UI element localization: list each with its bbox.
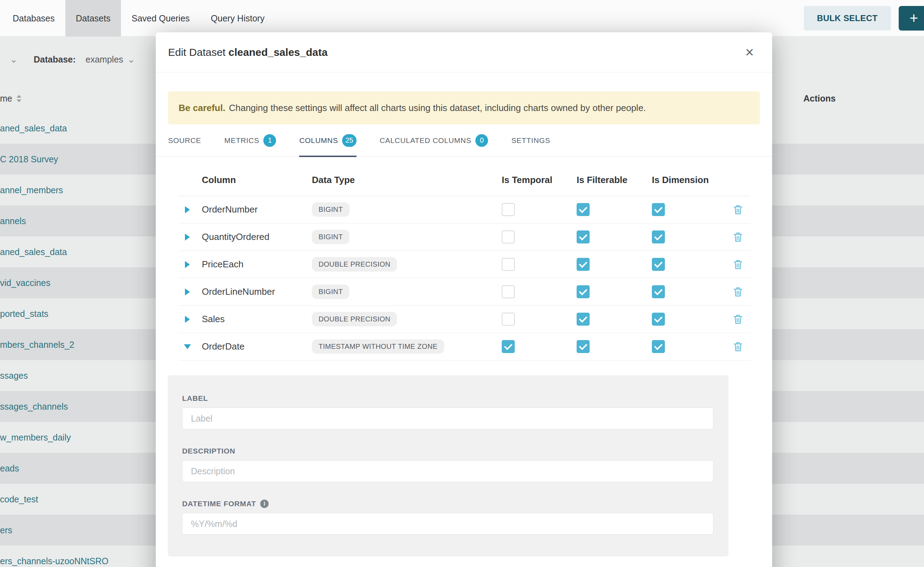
expand-caret-icon[interactable] — [185, 261, 190, 268]
is-filterable-checkbox[interactable] — [576, 285, 590, 298]
delete-column-icon[interactable] — [733, 286, 750, 297]
dataset-link[interactable]: ssages — [0, 370, 28, 381]
data-type-pill: DOUBLE PRECISION — [312, 312, 397, 326]
label-field-label: LABEL — [182, 394, 728, 403]
is-dimension-checkbox[interactable] — [652, 203, 665, 216]
modal-tabs: SOURCE METRICS 1 COLUMNS 25 CALCULATED C… — [156, 124, 772, 157]
dataset-link[interactable]: w_members_daily — [0, 432, 71, 442]
sort-icon[interactable] — [17, 95, 21, 102]
collapse-caret-icon[interactable] — [184, 344, 191, 349]
info-icon[interactable]: i — [260, 500, 269, 508]
delete-column-icon[interactable] — [733, 204, 750, 215]
dataset-link[interactable]: annels — [0, 216, 26, 226]
modal-tab-calculated-columns[interactable]: CALCULATED COLUMNS 0 — [380, 124, 488, 157]
column-name: PriceEach — [202, 259, 312, 270]
modal-title-prefix: Edit Dataset — [168, 46, 226, 58]
column-row-ordernumber: OrderNumber BIGINT — [179, 196, 750, 224]
column-row-orderlinenumber: OrderLineNumber BIGINT — [179, 278, 750, 306]
is-filterable-checkbox[interactable] — [576, 258, 590, 271]
modal-tab-settings[interactable]: SETTINGS — [511, 124, 550, 157]
dataset-link[interactable]: code_test — [0, 494, 38, 504]
nav-tab-query-history[interactable]: Query History — [200, 0, 275, 36]
description-input[interactable] — [182, 460, 713, 482]
column-row-quantityordered: QuantityOrdered BIGINT — [179, 224, 750, 251]
modal-tab-metrics[interactable]: METRICS 1 — [224, 124, 276, 157]
is-temporal-checkbox[interactable] — [502, 231, 515, 243]
expand-caret-icon[interactable] — [185, 316, 190, 323]
dataset-link[interactable]: C 2018 Survey — [0, 154, 58, 164]
dataset-link[interactable]: aned_sales_data — [0, 247, 67, 257]
tab-label: METRICS — [224, 136, 259, 145]
is-dimension-checkbox[interactable] — [652, 258, 665, 271]
is-dimension-checkbox[interactable] — [652, 340, 665, 353]
modal-tab-columns[interactable]: COLUMNS 25 — [299, 124, 356, 157]
modal-tab-source[interactable]: SOURCE — [168, 124, 201, 157]
column-row-orderdate: OrderDate TIMESTAMP WITHOUT TIME ZONE — [179, 333, 750, 360]
dataset-link[interactable]: eads — [0, 464, 19, 474]
dataset-link[interactable]: ssages_channels — [0, 402, 68, 412]
close-icon[interactable]: × — [745, 45, 754, 60]
columns-table: Column Data Type Is Temporal Is Filterab… — [179, 157, 750, 360]
tab-label: COLUMNS — [299, 136, 338, 145]
expand-caret-icon[interactable] — [185, 234, 190, 241]
column-header: Column — [202, 175, 312, 186]
dataset-link[interactable]: mbers_channels_2 — [0, 340, 74, 350]
database-filter-value[interactable]: examples — [86, 54, 123, 64]
datetime-format-input[interactable] — [182, 513, 713, 535]
list-filter-bar: ⌄ Database: examples ⌄ — [0, 49, 135, 69]
modal-title: Edit Dataset cleaned_sales_data — [168, 46, 328, 58]
tab-label: SETTINGS — [511, 136, 550, 145]
delete-column-icon[interactable] — [733, 341, 750, 352]
column-row-sales: Sales DOUBLE PRECISION — [179, 306, 750, 333]
nav-tabs: DatabasesDatasetsSaved QueriesQuery Hist… — [2, 0, 275, 36]
nav-tab-saved-queries[interactable]: Saved Queries — [121, 0, 200, 36]
is-filterable-checkbox[interactable] — [576, 340, 590, 353]
is-temporal-checkbox[interactable] — [502, 203, 515, 216]
columns-table-body: OrderNumber BIGINT QuantityOrdered BIGIN… — [179, 196, 750, 360]
tab-count-badge: 0 — [476, 134, 488, 147]
data-type-header: Data Type — [312, 175, 502, 186]
top-navigation: DatabasesDatasetsSaved QueriesQuery Hist… — [0, 0, 924, 36]
add-dataset-button[interactable]: + — [899, 6, 924, 31]
is-temporal-checkbox[interactable] — [502, 258, 515, 271]
is-filterable-checkbox[interactable] — [576, 231, 590, 243]
dataset-link[interactable]: ers — [0, 525, 12, 536]
dataset-link[interactable]: ers_channels-uzooNNtSRO — [0, 556, 108, 566]
dataset-link[interactable]: ported_stats — [0, 309, 48, 319]
is-dimension-checkbox[interactable] — [652, 285, 665, 298]
bulk-select-button[interactable]: BULK SELECT — [804, 6, 891, 31]
nav-tab-datasets[interactable]: Datasets — [65, 0, 121, 36]
is-dimension-checkbox[interactable] — [652, 231, 665, 243]
is-temporal-checkbox[interactable] — [502, 313, 515, 326]
warning-text: Changing these settings will affect all … — [229, 103, 646, 114]
column-name: QuantityOrdered — [202, 231, 312, 242]
delete-column-icon[interactable] — [733, 259, 750, 270]
column-name: Sales — [202, 314, 312, 325]
expand-caret-icon[interactable] — [185, 288, 190, 296]
is-temporal-checkbox[interactable] — [502, 285, 515, 298]
name-column-header[interactable]: me — [0, 93, 12, 104]
tab-label: SOURCE — [168, 136, 201, 145]
is-dimension-checkbox[interactable] — [652, 313, 665, 326]
description-field-label: DESCRIPTION — [182, 447, 728, 455]
is-filterable-checkbox[interactable] — [576, 313, 590, 326]
expand-caret-icon[interactable] — [185, 206, 190, 213]
delete-column-icon[interactable] — [733, 314, 750, 325]
nav-tab-databases[interactable]: Databases — [2, 0, 65, 36]
data-type-pill: BIGINT — [312, 202, 349, 217]
data-type-pill: DOUBLE PRECISION — [312, 257, 397, 272]
dataset-link[interactable]: vid_vaccines — [0, 278, 50, 288]
modal-header: Edit Dataset cleaned_sales_data × — [156, 32, 772, 72]
dataset-link[interactable]: annel_members — [0, 185, 63, 195]
chevron-down-icon[interactable]: ⌄ — [10, 54, 18, 65]
is-dimension-header: Is Dimension — [652, 175, 720, 186]
label-input[interactable] — [182, 408, 713, 429]
dataset-link[interactable]: aned_sales_data — [0, 123, 67, 134]
edit-dataset-modal: Edit Dataset cleaned_sales_data × Be car… — [156, 32, 772, 567]
delete-column-icon[interactable] — [733, 231, 750, 243]
column-detail-panel: LABEL DESCRIPTION DATETIME FORMAT i — [168, 375, 728, 556]
chevron-down-icon[interactable]: ⌄ — [127, 54, 135, 65]
is-filterable-checkbox[interactable] — [576, 203, 590, 216]
is-temporal-checkbox[interactable] — [502, 340, 515, 353]
column-row-priceeach: PriceEach DOUBLE PRECISION — [179, 251, 750, 278]
